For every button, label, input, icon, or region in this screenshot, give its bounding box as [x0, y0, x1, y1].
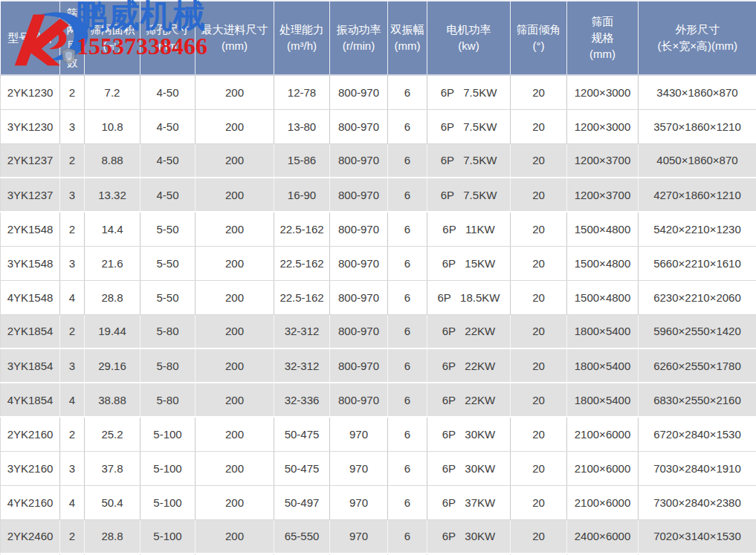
cell-mesh-size: 4-50: [140, 109, 196, 143]
cell-motor-power: 6P 11KW: [427, 212, 511, 246]
cell-deck-count: 3: [60, 451, 85, 485]
cell-double-amplitude: 6: [388, 348, 427, 383]
table-row: 3YK1548 3 21.6 5-50 200 22.5-162 800-970…: [1, 246, 756, 280]
header-line: (mm): [390, 38, 425, 54]
cell-overall-dimensions: 4270×1860×1210: [639, 178, 756, 212]
cell-max-feed: 200: [196, 383, 274, 417]
cell-vibration-frequency: 970: [330, 519, 388, 554]
cell-model: 3YK1237: [1, 178, 60, 212]
header-line: (°): [512, 38, 565, 54]
cell-model: 3YK1854: [1, 348, 60, 383]
cell-overall-dimensions: 3570×1860×1210: [639, 109, 756, 143]
cell-deck-count: 3: [60, 109, 85, 143]
cell-overall-dimensions: 4050×1860×870: [639, 143, 756, 178]
cell-deck-count: 4: [60, 485, 85, 519]
cell-screen-size: 2100×6000: [567, 485, 639, 519]
cell-capacity: 13-80: [274, 109, 330, 143]
cell-motor-power: 6P 30KW: [427, 417, 511, 451]
cell-screen-area: 38.88: [85, 383, 140, 417]
table-row: 2YK1237 2 8.88 4-50 200 15-86 800-970 6 …: [1, 143, 756, 178]
cell-screen-angle: 20: [511, 348, 567, 383]
cell-capacity: 12-78: [274, 75, 330, 109]
cell-screen-area: 13.32: [85, 178, 140, 212]
cell-vibration-frequency: 800-970: [330, 383, 388, 417]
cell-motor-power: 6P 22KW: [427, 383, 511, 417]
cell-model: 4YK1854: [1, 383, 60, 417]
cell-capacity: 50-475: [274, 417, 330, 451]
cell-mesh-size: 5-100: [140, 519, 196, 554]
cell-motor-power: 6P 22KW: [427, 314, 511, 348]
cell-mesh-size: 5-50: [140, 280, 196, 314]
cell-model: 2YK2160: [1, 417, 60, 451]
cell-capacity: 65-550: [274, 519, 330, 554]
cell-model: 2YK1230: [1, 75, 60, 109]
cell-screen-size: 1800×5400: [567, 314, 639, 348]
cell-motor-power: 6P 37KW: [427, 485, 511, 519]
cell-mesh-size: 5-100: [140, 485, 196, 519]
cell-max-feed: 200: [196, 451, 274, 485]
cell-capacity: 32-312: [274, 314, 330, 348]
cell-overall-dimensions: 7030×2840×1910: [639, 451, 756, 485]
cell-overall-dimensions: 5960×2550×1420: [639, 314, 756, 348]
cell-screen-angle: 20: [511, 109, 567, 143]
cell-motor-power: 6P 7.5KW: [427, 109, 511, 143]
cell-model: 2YK1854: [1, 314, 60, 348]
cell-vibration-frequency: 800-970: [330, 212, 388, 246]
header-line: 筛面: [569, 13, 636, 30]
cell-overall-dimensions: 6260×2550×1780: [639, 348, 756, 383]
cell-screen-size: 2100×6000: [567, 417, 639, 451]
cell-screen-size: 1800×5400: [567, 348, 639, 383]
cell-overall-dimensions: 5420×2210×1230: [639, 212, 756, 246]
table-row: 3YK1854 3 29.16 5-80 200 32-312 800-970 …: [1, 348, 756, 383]
cell-vibration-frequency: 800-970: [330, 109, 388, 143]
cell-motor-power: 6P 22KW: [427, 348, 511, 383]
header-line: 处理能力: [276, 22, 328, 38]
cell-motor-power: 6P 18.5KW: [427, 280, 511, 314]
table-row: 4YK1854 4 38.88 5-80 200 32-336 800-970 …: [1, 383, 756, 417]
header-line: 层数: [62, 38, 83, 71]
table-row: 2YK1854 2 19.44 5-80 200 32-312 800-970 …: [1, 314, 756, 348]
cell-motor-power: 6P 7.5KW: [427, 75, 511, 109]
cell-mesh-size: 4-50: [140, 75, 196, 109]
header-line: (m³/h): [276, 38, 328, 54]
cell-mesh-size: 5-100: [140, 417, 196, 451]
header-line: (长×宽×高)(mm): [640, 38, 755, 54]
spec-table-page: 型号规格 筛网 层数 筛网面积 (㎡) 筛孔尺寸 (mm) 最大进料尺寸 (mm…: [0, 0, 756, 555]
cell-screen-area: 37.8: [85, 451, 140, 485]
cell-model: 2YK2460: [1, 519, 60, 554]
col-double-amplitude: 双振幅 (mm): [388, 1, 427, 75]
cell-screen-area: 10.8: [85, 109, 140, 143]
cell-screen-angle: 20: [511, 280, 567, 314]
cell-screen-size: 1200×3700: [567, 143, 639, 178]
header-line: (㎡): [86, 38, 138, 54]
cell-mesh-size: 5-100: [140, 451, 196, 485]
cell-deck-count: 2: [60, 314, 85, 348]
table-row: 2YK2460 2 28.8 5-100 200 65-550 970 6 6P…: [1, 519, 756, 554]
cell-capacity: 50-475: [274, 451, 330, 485]
cell-screen-angle: 20: [511, 485, 567, 519]
cell-motor-power: 6P 15KW: [427, 246, 511, 280]
header-line: 振动功率: [332, 22, 386, 38]
cell-vibration-frequency: 800-970: [330, 75, 388, 109]
cell-screen-area: 28.8: [85, 280, 140, 314]
cell-deck-count: 2: [60, 212, 85, 246]
header-line: 筛孔尺寸: [142, 22, 193, 38]
cell-mesh-size: 5-80: [140, 314, 196, 348]
cell-screen-area: 19.44: [85, 314, 140, 348]
cell-overall-dimensions: 5660×2210×1610: [639, 246, 756, 280]
col-capacity: 处理能力 (m³/h): [274, 1, 330, 75]
table-row: 4YK2160 4 50.4 5-100 200 50-497 970 6 6P…: [1, 485, 756, 519]
cell-screen-angle: 20: [511, 383, 567, 417]
cell-deck-count: 4: [60, 280, 85, 314]
cell-screen-angle: 20: [511, 314, 567, 348]
header-line: 筛网面积: [86, 22, 138, 38]
col-deck-count: 筛网 层数: [60, 1, 85, 75]
table-row: 2YK1230 2 7.2 4-50 200 12-78 800-970 6 6…: [1, 75, 756, 109]
cell-motor-power: 6P 30KW: [427, 519, 511, 554]
cell-max-feed: 200: [196, 280, 274, 314]
header-line: 外形尺寸: [640, 22, 755, 38]
cell-screen-area: 21.6: [85, 246, 140, 280]
cell-deck-count: 2: [60, 75, 85, 109]
cell-motor-power: 6P 7.5KW: [427, 143, 511, 178]
cell-screen-angle: 20: [511, 212, 567, 246]
